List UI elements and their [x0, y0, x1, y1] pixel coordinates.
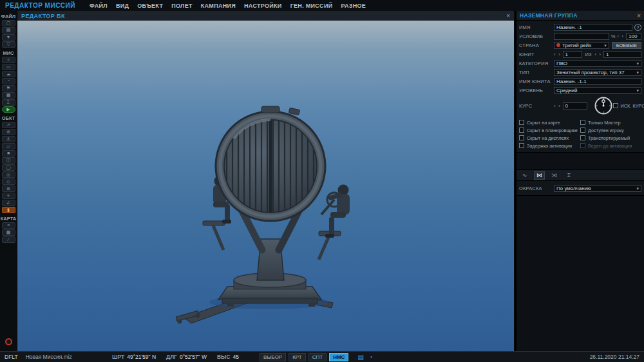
late-activation-checkbox[interactable]: Задержка активации [519, 142, 580, 149]
viewport[interactable]: РЕДАКТОР БК × [17, 11, 514, 351]
unit-index-input[interactable]: 1 [563, 51, 582, 58]
statusbar-toggles: ВЫБОРКРТСПТНМС [260, 353, 351, 361]
trigger-zone-icon[interactable]: ◯ [2, 164, 15, 171]
satellite-toggle[interactable]: СПТ [308, 353, 327, 361]
menu-settings[interactable]: НАСТРОЙКИ [244, 3, 282, 9]
briefing-icon[interactable]: ▭ [2, 64, 15, 70]
coalition-combat-button[interactable]: БОЕВЫЕ [612, 42, 641, 49]
toolbar-footer [0, 336, 17, 348]
true-heading-checkbox[interactable]: ИСК. КУРС [613, 102, 644, 110]
layers-panel-icon[interactable]: ▤ [357, 354, 363, 361]
bowtie-crossing-icon[interactable]: ⋈ [534, 171, 545, 180]
checkbox-box-icon[interactable] [519, 128, 524, 133]
menu-mission-generator[interactable]: ГЕН. МИССИЙ [290, 3, 333, 9]
country-select[interactable]: Третий рейх [554, 42, 609, 49]
map-layers-icon[interactable]: ≡ [2, 222, 15, 229]
bullseye-icon[interactable]: ◎ [2, 171, 15, 178]
panel-spacer [516, 152, 644, 170]
spinner-arrows-icon[interactable]: ‹ › [594, 52, 601, 57]
hidden-in-planner-checkbox[interactable]: Скрыт в планировщике [519, 126, 580, 134]
category-select[interactable]: ПВО [554, 60, 641, 67]
helicopter-icon[interactable]: ⊕ [2, 129, 15, 135]
farp-icon[interactable]: ◇ [2, 178, 15, 185]
select-mode-toggle[interactable]: ВЫБОР [260, 353, 286, 361]
spinner-arrows-icon[interactable]: ‹ › [554, 103, 561, 109]
static-object-icon[interactable]: ■ [2, 150, 15, 157]
unit-count-input[interactable]: 1 [603, 51, 641, 58]
vehicle-icon[interactable]: ▱ [2, 143, 15, 149]
transportable-checkbox[interactable]: Транспортируемый [580, 134, 641, 142]
semi-bowtie-icon[interactable]: ⋊ [549, 171, 560, 180]
record-indicator-icon[interactable] [5, 338, 12, 345]
menu-campaign[interactable]: КАМПАНИЯ [201, 3, 236, 9]
condition-probability-input[interactable]: 100 [626, 33, 641, 40]
menu-flight[interactable]: ПОЛЕТ [171, 3, 193, 9]
map-ruler-icon[interactable]: ∕ [2, 236, 15, 243]
save-as-icon[interactable]: ▽ [2, 41, 15, 48]
map-toggle[interactable]: КРТ [289, 353, 306, 361]
menu-view[interactable]: ВИД [116, 3, 129, 9]
goal-icon[interactable]: ⚑ [2, 85, 15, 91]
map-grid-icon[interactable]: ▦ [2, 229, 15, 236]
help-icon[interactable]: ? [634, 24, 641, 31]
close-icon[interactable]: × [637, 12, 641, 19]
player-can-drive-checkbox[interactable]: Доступен игроку [580, 126, 641, 134]
percent-label: % [611, 33, 616, 39]
country-value: Третий рейх [562, 43, 591, 48]
skill-select[interactable]: Средний [554, 87, 641, 94]
checkbox-box-icon[interactable] [580, 120, 585, 125]
angle-measure-icon[interactable]: ∠ [2, 200, 15, 206]
app-title: РЕДАКТОР МИССИЙ [5, 2, 75, 9]
searchlight-3d-model[interactable] [166, 105, 378, 337]
unit-name-row: ИМЯ ЮНИТА Наземн. -1-1 [519, 77, 641, 85]
checkbox-box-icon[interactable] [580, 143, 585, 148]
checkbox-box-icon[interactable] [519, 135, 524, 140]
time-icon[interactable]: ◔ [2, 78, 15, 84]
name-label: ИМЯ [519, 24, 554, 30]
livery-select[interactable]: По умолчанию [554, 185, 641, 192]
condition-input[interactable] [554, 33, 609, 40]
heading-compass[interactable] [594, 96, 613, 115]
visible-before-activation-checkbox[interactable]: Веден до активации [580, 142, 641, 149]
menu-misc[interactable]: РАЗНОЕ [341, 3, 366, 9]
new-mission-icon[interactable]: ▢ [2, 20, 15, 26]
unit-name-input[interactable]: Наземн. -1-1 [554, 78, 641, 85]
spinner-arrows-icon[interactable]: ‹ › [617, 33, 624, 39]
type-select[interactable]: Зенитный прожектор, тип 37 [554, 69, 641, 76]
route-wave-icon[interactable]: ∿ [519, 171, 530, 180]
hidden-on-map-checkbox[interactable]: Скрыт на карте [519, 119, 580, 126]
open-mission-icon[interactable]: ▤ [2, 27, 15, 33]
checkbox-box-icon[interactable] [580, 135, 585, 140]
hidden-on-mfd-checkbox[interactable]: Скрыт на дисплеях [519, 134, 580, 142]
profile-selector[interactable]: DFLT [5, 354, 18, 360]
clock-icon[interactable]: ◔ [369, 354, 373, 361]
checkbox-box-icon[interactable] [519, 120, 524, 125]
close-icon[interactable]: × [506, 13, 510, 19]
save-mission-icon[interactable]: ▼ [2, 34, 15, 41]
unit-of-label: ИЗ [585, 52, 592, 57]
spinner-arrows-icon[interactable]: ‹ › [554, 52, 561, 57]
template-icon[interactable]: ◫ [2, 157, 15, 164]
aircraft-icon[interactable]: ⇗ [2, 122, 15, 128]
nms-toggle[interactable]: НМС [329, 353, 348, 361]
sigma-icon[interactable]: Σ [564, 171, 574, 180]
menu-object[interactable]: ОБЪЕКТ [137, 3, 163, 9]
checkbox-box-icon[interactable] [613, 103, 618, 108]
heading-input[interactable]: 0 [563, 102, 587, 110]
checkbox-box-icon[interactable] [519, 143, 524, 148]
triggers-icon[interactable]: ▦ [2, 92, 15, 99]
type-row: ТИП Зенитный прожектор, тип 37 [519, 68, 641, 76]
weather-icon[interactable]: ☁ [2, 71, 15, 77]
fly-mission-icon[interactable]: ▶ [2, 106, 15, 113]
group-name-input[interactable]: Наземн. -1 [554, 24, 632, 31]
group-list-icon[interactable]: ≣ [2, 186, 15, 192]
mission-options-icon[interactable]: ≡ [2, 57, 15, 63]
menu-file[interactable]: ФАЙЛ [90, 3, 108, 9]
master-only-checkbox[interactable]: Только Мастер [580, 119, 641, 126]
checkbox-label: Веден до активации [588, 143, 632, 149]
waypoint-icon[interactable]: ⋄ [2, 193, 15, 199]
summary-icon[interactable]: Σ [2, 99, 15, 106]
danger-zone-icon[interactable]: ▮ [2, 207, 15, 213]
ship-icon[interactable]: ⚓ [2, 136, 15, 142]
checkbox-box-icon[interactable] [580, 128, 585, 133]
